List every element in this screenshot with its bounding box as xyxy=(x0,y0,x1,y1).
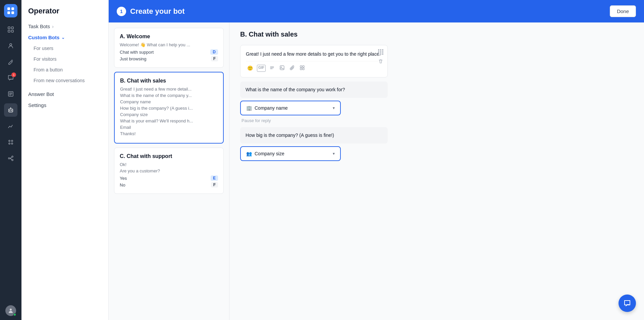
svg-rect-6 xyxy=(8,30,10,32)
svg-point-15 xyxy=(11,140,13,142)
bot-card-b-label: B. Chat with sales xyxy=(120,78,218,84)
bot-editor-panel: B. Chat with sales xyxy=(229,22,644,320)
attachment-icon[interactable] xyxy=(288,65,296,72)
bot-card-b-line1: Great! I just need a few more detail... xyxy=(120,87,218,92)
bot-card-a-option-1: Chat with support D xyxy=(120,49,218,55)
done-button[interactable]: Done xyxy=(610,5,636,17)
custom-bots-nav[interactable]: Custom Bots ⌄ xyxy=(21,32,108,43)
bot-card-b-line6: What is your email? We'll respond h... xyxy=(120,118,218,123)
save-label-1: 🏢 Company name xyxy=(246,105,288,111)
bot-card-a-text: Welcome! 👋 What can I help you ... xyxy=(120,42,218,47)
answer-bot-nav[interactable]: Answer Bot xyxy=(21,89,108,100)
operator-title: Operator xyxy=(21,7,108,21)
task-bots-chevron: › xyxy=(52,23,54,29)
svg-rect-3 xyxy=(11,11,14,14)
question-text-1: What is the name of the company you work… xyxy=(246,86,382,93)
question-block-2[interactable]: How big is the company? (A guess is fine… xyxy=(240,127,388,144)
top-header: 1 Create your bot Done xyxy=(109,0,644,22)
nav-icon-reports[interactable] xyxy=(4,119,17,133)
drag-handle-icon[interactable] xyxy=(377,48,385,56)
option-text-chat-support: Chat with support xyxy=(120,50,154,55)
chat-support-fab[interactable] xyxy=(619,295,636,312)
company-size-icon: 👥 xyxy=(246,151,252,156)
task-bots-label: Task Bots xyxy=(28,23,50,29)
svg-point-8 xyxy=(10,44,12,46)
bot-card-support[interactable]: C. Chat with support Ok! Are you a custo… xyxy=(114,148,224,194)
option-text-just-browsing: Just browsing xyxy=(120,56,146,61)
app-logo[interactable] xyxy=(4,4,17,17)
svg-point-11 xyxy=(9,110,10,111)
message-actions xyxy=(377,48,385,65)
nav-icon-users[interactable] xyxy=(4,39,17,52)
save-label-text-1: Company name xyxy=(255,105,288,111)
for-visitors-nav[interactable]: For visitors xyxy=(21,54,108,64)
from-button-label: From a button xyxy=(34,67,63,72)
bot-card-c-label: C. Chat with support xyxy=(120,153,218,159)
emoji-icon[interactable]: 🙂 xyxy=(246,65,254,72)
bot-card-sales[interactable]: B. Chat with sales Great! I just need a … xyxy=(114,72,224,144)
nav-icon-brush[interactable] xyxy=(4,55,17,68)
nav-icon-grid[interactable] xyxy=(4,23,17,36)
svg-rect-27 xyxy=(303,68,304,70)
settings-label: Settings xyxy=(28,102,46,108)
answer-bot-label: Answer Bot xyxy=(28,91,54,97)
message-toolbar: 🙂 GIF xyxy=(246,61,382,72)
bot-card-b-line8: Thanks! xyxy=(120,131,218,136)
bot-card-b-line5: Company size xyxy=(120,112,218,117)
from-new-conversations-nav[interactable]: From new conversations xyxy=(21,75,108,86)
save-response-2[interactable]: 👥 Company size ▾ xyxy=(240,146,341,161)
nav-icon-integrations[interactable] xyxy=(4,152,17,165)
svg-rect-26 xyxy=(300,68,302,70)
bot-card-welcome[interactable]: A. Welcome Welcome! 👋 What can I help yo… xyxy=(114,28,224,68)
for-users-nav[interactable]: For users xyxy=(21,43,108,54)
svg-rect-22 xyxy=(280,66,284,70)
nav-icon-chat[interactable]: 1 xyxy=(4,71,17,85)
editor-title: B. Chat with sales xyxy=(240,31,633,38)
save-chevron-1: ▾ xyxy=(333,106,335,110)
delete-message-icon[interactable] xyxy=(377,57,385,65)
bot-card-c-option-yes: Yes E xyxy=(120,175,218,181)
option-badge-f2: F xyxy=(211,182,218,188)
custom-bots-chevron: ⌄ xyxy=(61,35,65,40)
list-icon[interactable] xyxy=(268,65,276,72)
question-text-2: How big is the company? (A guess is fine… xyxy=(246,132,382,139)
svg-rect-5 xyxy=(11,27,13,29)
apps-toolbar-icon[interactable] xyxy=(299,65,306,72)
image-icon[interactable] xyxy=(278,65,286,72)
bot-card-a-option-2: Just browsing F xyxy=(120,55,218,62)
task-bots-nav[interactable]: Task Bots › xyxy=(21,21,108,32)
question-block-1[interactable]: What is the name of the company you work… xyxy=(240,82,388,98)
svg-point-21 xyxy=(10,309,12,311)
nav-icon-tasks[interactable] xyxy=(4,87,17,101)
bot-card-b-line3: Company name xyxy=(120,99,218,104)
main-content: 1 Create your bot Done A. Welcome Welcom… xyxy=(109,0,644,320)
svg-point-12 xyxy=(11,110,12,111)
user-avatar[interactable] xyxy=(5,305,16,316)
from-button-nav[interactable]: From a button xyxy=(21,64,108,75)
content-area: A. Welcome Welcome! 👋 What can I help yo… xyxy=(109,22,644,320)
svg-point-23 xyxy=(281,67,282,68)
svg-point-16 xyxy=(9,143,10,144)
online-indicator xyxy=(13,313,16,316)
custom-bots-label: Custom Bots xyxy=(28,35,59,40)
save-label-text-2: Company size xyxy=(255,151,284,156)
message-block-1[interactable]: Great! I just need a few more details to… xyxy=(240,45,388,77)
settings-nav[interactable]: Settings xyxy=(21,100,108,111)
svg-rect-0 xyxy=(7,7,10,10)
option-badge-f: F xyxy=(211,56,218,61)
svg-point-17 xyxy=(11,143,13,144)
from-new-conversations-label: From new conversations xyxy=(34,78,85,83)
nav-icon-bot[interactable] xyxy=(4,103,17,117)
bot-card-b-line7: Email xyxy=(120,125,218,130)
nav-icon-apps[interactable] xyxy=(4,136,17,149)
bot-card-c-text1: Ok! xyxy=(120,162,218,167)
svg-rect-10 xyxy=(9,109,13,112)
step-badge: 1 xyxy=(117,7,126,16)
gif-icon[interactable]: GIF xyxy=(257,65,266,72)
for-visitors-label: For visitors xyxy=(34,56,56,62)
bot-card-b-line2: What is the name of the company y... xyxy=(120,93,218,98)
save-response-1[interactable]: 🏢 Company name ▾ xyxy=(240,101,341,115)
message-text-1: Great! I just need a few more details to… xyxy=(246,51,382,58)
nav-sidebar: Operator Task Bots › Custom Bots ⌄ For u… xyxy=(21,0,109,320)
pause-label-1: Pause for reply xyxy=(240,118,633,123)
